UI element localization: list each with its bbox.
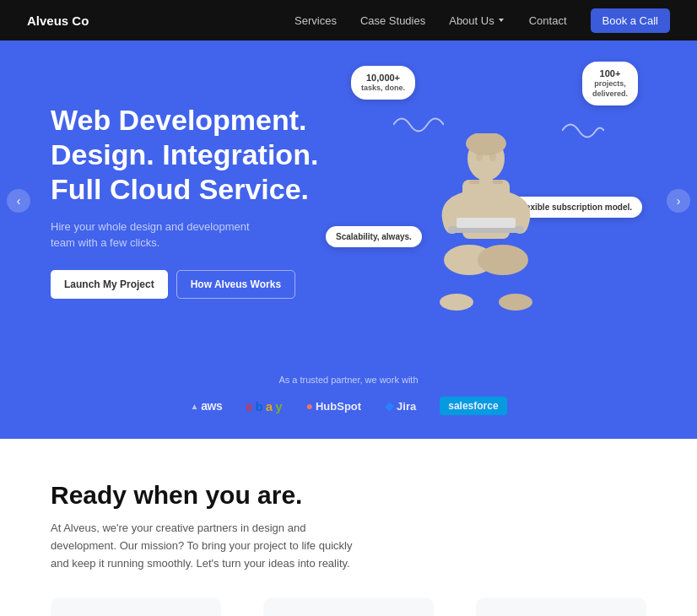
- how-alveus-works-button[interactable]: How Alveus Works: [176, 270, 295, 299]
- nav-case-studies[interactable]: Case Studies: [360, 14, 425, 27]
- partners-label: As a trusted partner, we work with: [0, 375, 697, 385]
- ebay-logo: ebay: [246, 399, 282, 413]
- nav-services[interactable]: Services: [294, 14, 337, 27]
- svg-rect-8: [457, 218, 516, 228]
- hero-buttons: Launch My Project How Alveus Works: [51, 270, 318, 299]
- partners-logos: ▲ aws ebay ● HubSpot ◆ Jira salesforce: [0, 397, 697, 415]
- hero-subtitle: Hire your whole design and developmentte…: [51, 219, 318, 251]
- svg-point-11: [440, 294, 473, 311]
- statue-figure: [419, 133, 554, 327]
- svg-rect-13: [479, 177, 493, 186]
- carousel-next-button[interactable]: ›: [667, 189, 690, 213]
- hero-left: Web Development.Design. Integration.Full…: [51, 103, 318, 298]
- partners-section: As a trusted partner, we work with ▲ aws…: [0, 361, 697, 439]
- svg-point-10: [478, 245, 528, 275]
- hero-illustration: 10,000+ tasks, done. 100+ projects, deli…: [326, 57, 646, 327]
- bubble-projects: 100+ projects, delivered.: [582, 62, 638, 105]
- nav-links: Services Case Studies About Us Contact B…: [294, 8, 670, 33]
- process-row: Discovery Tell us about your vision and …: [51, 597, 646, 616]
- nav-contact[interactable]: Contact: [529, 14, 567, 27]
- jira-logo: ◆ Jira: [385, 399, 416, 413]
- squiggle-right: [562, 116, 604, 146]
- section-desc: At Alveus, we're your creative partners …: [51, 520, 354, 572]
- main-content: Ready when you are. At Alveus, we're you…: [0, 439, 697, 616]
- navbar: Alveus Co Services Case Studies About Us…: [0, 0, 697, 41]
- hero-section: ‹ Web Development.Design. Integration.Fu…: [0, 41, 697, 361]
- nav-about-us[interactable]: About Us: [449, 14, 505, 27]
- bubble-scalability: Scalability, always.: [326, 226, 422, 247]
- launch-project-button[interactable]: Launch My Project: [51, 270, 168, 299]
- squiggle-left: [393, 108, 444, 142]
- hubspot-logo: ● HubSpot: [305, 399, 361, 413]
- bubble-tasks: 10,000+ tasks, done.: [351, 66, 415, 100]
- deployment-card: Deployment We'll deploy your project and…: [476, 597, 646, 616]
- development-card: Development We'll start work and provide…: [263, 597, 434, 616]
- book-call-button[interactable]: Book a Call: [591, 8, 670, 33]
- chevron-down-icon: [497, 16, 505, 24]
- svg-point-4: [489, 153, 496, 161]
- svg-marker-0: [499, 19, 504, 22]
- svg-point-3: [476, 153, 483, 161]
- section-title: Ready when you are.: [51, 481, 646, 510]
- carousel-prev-button[interactable]: ‹: [7, 189, 30, 213]
- aws-logo: ▲ aws: [190, 399, 222, 413]
- hero-title: Web Development.Design. Integration.Full…: [51, 103, 318, 206]
- logo: Alveus Co: [27, 14, 89, 28]
- salesforce-logo: salesforce: [440, 397, 506, 415]
- discovery-card: Discovery Tell us about your vision and …: [51, 597, 221, 616]
- svg-point-12: [499, 294, 532, 311]
